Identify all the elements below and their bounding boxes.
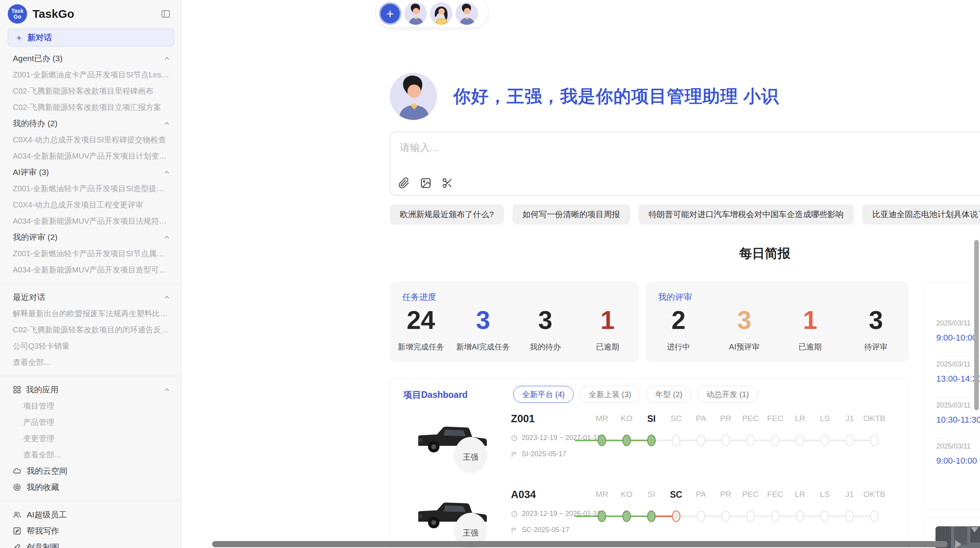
project-owner-avatar: 王强 xyxy=(454,437,487,473)
apps-view-all[interactable]: 查看全部... xyxy=(0,447,182,463)
tab-new-body[interactable]: 全新上装 (3) xyxy=(580,386,640,403)
new-chat-button[interactable]: ＋ 新对话 xyxy=(8,29,174,46)
app-item-change-mgmt[interactable]: 变更管理 xyxy=(0,430,182,447)
cloud-icon xyxy=(13,467,21,475)
suggestion-chips: 欧洲新规最近颁布了什么? 如何写一份清晰的项目周报 特朗普可能对进口汽车增税会对… xyxy=(390,204,980,224)
sidebar-task-item[interactable]: A034-全新新能源MUV产品开发项目造型可行性评审 xyxy=(0,262,182,278)
agent-avatar[interactable] xyxy=(404,2,427,25)
recent-chat-item[interactable]: C02-飞腾新能源轻客改款项目的闭环通告反馈情况 xyxy=(0,322,182,338)
write-icon xyxy=(13,527,21,535)
stat-ai-prereview: 3AI预评审 xyxy=(711,304,777,352)
stat-new-ai-done: 3新增AI完成任务 xyxy=(452,304,514,352)
tab-new-platform[interactable]: 全新平台 (4) xyxy=(513,386,574,403)
scissors-icon[interactable] xyxy=(442,177,453,189)
card-title: 我的评审 xyxy=(658,291,692,303)
pen-icon xyxy=(13,543,21,548)
app-item-project-mgmt[interactable]: 项目管理 xyxy=(0,398,182,414)
project-row-a034[interactable]: 王强 A034 2023-12-19 ~ 2026-01-19 SC-2025-… xyxy=(390,487,908,548)
schedule-item: 2025/03/11 9:00-10:00 C001-立项审批会 加入 xyxy=(936,315,980,356)
daily-briefing-title: 每日简报 xyxy=(739,246,790,260)
greeting-text: 你好，王强，我是你的项目管理助理 小识 xyxy=(453,85,779,108)
plus-icon: ＋ xyxy=(14,31,24,44)
sidebar-item-cloud-space[interactable]: 我的云空间 xyxy=(0,463,182,479)
chevron-up-icon xyxy=(163,293,171,301)
tab-powertrain[interactable]: 动总开发 (1) xyxy=(697,386,758,403)
stat-overdue: 1已逾期 xyxy=(777,304,843,352)
chevron-up-icon xyxy=(163,386,171,394)
chevron-up-icon xyxy=(163,168,171,176)
sidebar-task-item[interactable]: C0X4-动力总成开发项目SI里程碑提交物检查 xyxy=(0,132,182,148)
view-all-schedule-link[interactable]: 查看所有日程 xyxy=(925,488,980,500)
schedule-card: 日程 2025/03/11 9:00-10:00 C001-立项审批会 加入 2… xyxy=(924,282,980,510)
stat-my-todo: 3我的待办 xyxy=(514,304,577,352)
my-review-card: 我的评审 2进行中 3AI预评审 1已逾期 3待评审 xyxy=(646,281,909,362)
project-code: Z001 xyxy=(511,413,535,425)
attachment-icon[interactable] xyxy=(398,177,410,189)
chat-input-placeholder: 请输入... xyxy=(400,141,439,154)
project-flag-milestone: SC-2025-05-17 xyxy=(511,526,569,534)
sidebar-task-item[interactable]: A034-全新新能源MUV产品开发项目法规符合性评审 xyxy=(0,213,182,229)
schedule-date: 2025/03/11 xyxy=(936,319,980,327)
suggestion-chip[interactable]: 如何写一份清晰的项目周报 xyxy=(512,204,630,224)
sidebar-task-item[interactable]: A034-全新新能源MUV产品开发项目计划变更表编写 xyxy=(0,148,182,164)
recent-view-all[interactable]: 查看全部... xyxy=(0,354,182,370)
section-my-apps[interactable]: 我的应用 xyxy=(0,382,182,398)
app-window: Task Go TaskGo ＋ 新对话 Agent已办 (3) Z001-全新… xyxy=(0,0,980,548)
flag-icon xyxy=(511,451,518,458)
recent-chat-item[interactable]: 解释最新出台的欧盟报废车法规再生塑料比例被调至15%... xyxy=(0,305,182,322)
dashboard-tabs: 全新平台 (4) 全新上装 (3) 年型 (2) 动总开发 (1) xyxy=(513,386,758,403)
agent-avatar[interactable] xyxy=(430,2,452,25)
sidebar-item-help-write[interactable]: 帮我写作 xyxy=(0,523,182,539)
tab-year-model[interactable]: 年型 (2) xyxy=(646,386,691,403)
sidebar-task-item[interactable]: C02-飞腾新能源轻客改款项目立项汇报方案 xyxy=(0,99,182,115)
schedule-time: 9:00-10:00 xyxy=(936,333,980,343)
sidebar-task-item[interactable]: C0X4-动力总成开发项目工程变更评审 xyxy=(0,197,182,213)
section-agent-done[interactable]: Agent已办 (3) xyxy=(0,50,182,67)
sidebar-task-item[interactable]: Z001-全新燃油皮卡产品开发项目SI节点Lesson Learn报告 xyxy=(0,67,182,83)
main-content: + 王强 你好，王强，我是你的项目管理助理 小识 请输入... xyxy=(182,0,980,548)
chat-input-box[interactable]: 请输入... xyxy=(390,132,980,196)
agent-avatar[interactable] xyxy=(456,2,478,25)
section-recent-chats[interactable]: 最近对话 xyxy=(0,289,182,305)
sidebar-task-item[interactable]: Z001-全新燃油轻卡产品开发项目SI节点属性5D文件评审 xyxy=(0,245,182,262)
stat-in-progress: 2进行中 xyxy=(646,304,711,352)
clock-icon xyxy=(511,510,518,517)
scroll-right-arrow[interactable] xyxy=(955,540,961,548)
stat-pending-review: 3待评审 xyxy=(843,304,909,352)
schedule-date: 2025/03/11 xyxy=(936,360,980,368)
chevron-up-icon xyxy=(163,55,171,62)
assistant-avatar xyxy=(390,73,437,120)
add-agent-button[interactable]: + xyxy=(379,2,401,25)
sidebar-collapse-icon[interactable] xyxy=(161,9,171,19)
suggestion-chip[interactable]: 比亚迪全固态电池计划具体说了什么 xyxy=(862,204,980,224)
sidebar-item-favorites[interactable]: 我的收藏 xyxy=(0,479,182,495)
sidebar-item-creative-draw[interactable]: 创意制图 xyxy=(0,539,182,548)
milestone-track: MRKOSISCPAPRPECFECLRLSJ1OKTB xyxy=(589,490,887,536)
section-my-todo[interactable]: 我的待办 (2) xyxy=(0,115,182,132)
schedule-time: 10:30-11:30 xyxy=(936,415,980,425)
dashboard-title: 项目Dashboard xyxy=(403,389,468,401)
section-my-review[interactable]: 我的评审 (2) xyxy=(0,229,182,245)
schedule-time: 13:00-14:30 xyxy=(936,374,980,384)
daily-briefing-header: 每日简报 xyxy=(390,245,980,262)
vertical-scrollbar[interactable] xyxy=(974,240,979,410)
sidebar-task-item[interactable]: Z001-全新燃油轻卡产品开发项目SI造型提交物评审 xyxy=(0,180,182,197)
project-flag-milestone: SI-2025-05-17 xyxy=(511,450,566,458)
app-logo: Task Go xyxy=(8,4,27,24)
schedule-item: 2025/03/11 9:00-10:00 X003-车辆动力学性能验... 加… xyxy=(936,438,980,480)
section-ai-review[interactable]: AI评审 (3) xyxy=(0,164,182,180)
sidebar-task-item[interactable]: C02-飞腾新能源轻客改款项目里程碑画布 xyxy=(0,83,182,99)
suggestion-chip[interactable]: 欧洲新规最近颁布了什么? xyxy=(390,204,504,224)
quick-agents-bar: + xyxy=(375,0,488,28)
app-item-product-mgmt[interactable]: 产品管理 xyxy=(0,414,182,430)
image-icon[interactable] xyxy=(420,177,432,189)
milestone-track: MRKOSISCPAPRPECFECLRLSJ1OKTB xyxy=(589,414,887,460)
sidebar-item-ai-employee[interactable]: AI超级员工 xyxy=(0,507,182,523)
horizontal-scrollbar[interactable] xyxy=(212,541,947,547)
card-title: 任务进度 xyxy=(402,291,436,303)
recent-chat-item[interactable]: 公司Q3轻卡销量 xyxy=(0,338,182,354)
suggestion-chip[interactable]: 特朗普可能对进口汽车增税会对中国车企造成哪些影响 xyxy=(639,204,854,224)
project-code: A034 xyxy=(511,489,536,501)
project-row-z001[interactable]: 王强 Z001 2023-12-19 ~ 2027-01-19 SI-2025-… xyxy=(390,411,908,485)
scroll-down-arrow[interactable] xyxy=(971,527,978,533)
